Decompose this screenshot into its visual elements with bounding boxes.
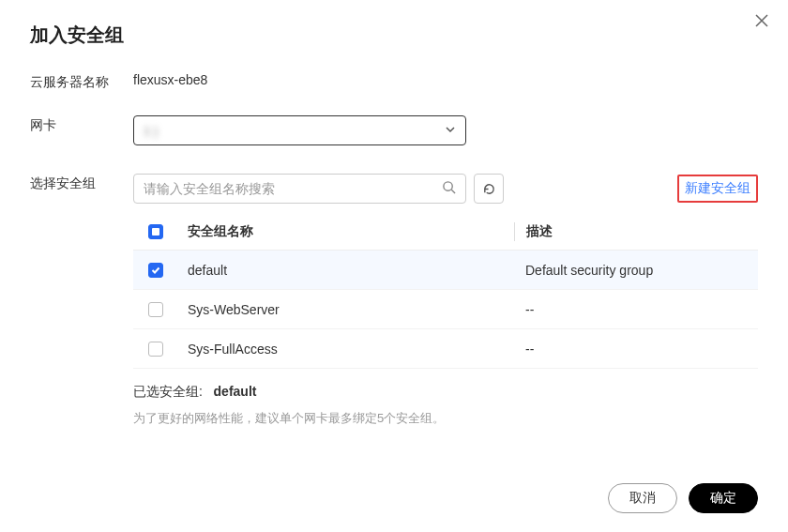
refresh-button[interactable] [474, 174, 504, 204]
label-nic: 网卡 [30, 115, 133, 134]
row-checkbox-icon[interactable] [148, 342, 163, 357]
row-nic: 网卡 1 ) [30, 115, 758, 145]
chevron-down-icon [445, 123, 456, 138]
cancel-button[interactable]: 取消 [608, 483, 677, 513]
table-row[interactable]: Sys-FullAccess -- [133, 329, 758, 369]
search-icon[interactable] [442, 180, 456, 197]
nic-select[interactable]: 1 ) [133, 115, 466, 145]
new-sg-link[interactable]: 新建安全组 [685, 180, 750, 195]
row-checkbox-icon[interactable] [148, 263, 163, 278]
table-row[interactable]: Sys-WebServer -- [133, 290, 758, 329]
row-select-sg: 选择安全组 新建安全组 [30, 174, 758, 204]
server-name-value: flexusx-ebe8 [133, 72, 207, 87]
row-desc: -- [514, 302, 758, 317]
search-box [133, 174, 466, 204]
row-checkbox-icon[interactable] [148, 302, 163, 317]
row-server-name: 云服务器名称 flexusx-ebe8 [30, 72, 758, 91]
row-desc: Default security group [514, 263, 758, 278]
new-sg-highlight: 新建安全组 [677, 175, 758, 203]
svg-point-0 [444, 182, 452, 190]
search-input[interactable] [144, 181, 442, 196]
selected-value: default [214, 384, 257, 399]
row-name: default [188, 263, 514, 278]
table-row[interactable]: default Default security group [133, 251, 758, 290]
modal-footer: 取消 确定 [608, 483, 758, 513]
col-header-name: 安全组名称 [188, 223, 514, 240]
label-server-name: 云服务器名称 [30, 72, 133, 91]
close-icon[interactable] [752, 11, 771, 30]
selected-label: 已选安全组: [133, 384, 203, 399]
table-header: 安全组名称 描述 [133, 213, 758, 251]
header-checkbox-icon[interactable] [148, 224, 163, 239]
row-name: Sys-WebServer [188, 302, 514, 317]
ok-button[interactable]: 确定 [689, 483, 758, 513]
label-select-sg: 选择安全组 [30, 174, 133, 192]
tip-text: 为了更好的网络性能，建议单个网卡最多绑定5个安全组。 [133, 410, 758, 427]
selected-summary: 已选安全组: default [133, 384, 758, 401]
nic-select-value: 1 ) [144, 124, 158, 138]
row-name: Sys-FullAccess [188, 342, 514, 357]
col-header-desc: 描述 [514, 222, 758, 241]
modal-title: 加入安全组 [30, 23, 758, 48]
row-desc: -- [514, 342, 758, 357]
join-sg-modal: 加入安全组 云服务器名称 flexusx-ebe8 网卡 1 ) 选择安全组 [0, 0, 788, 532]
sg-table: 安全组名称 描述 default Default security group … [133, 213, 758, 369]
